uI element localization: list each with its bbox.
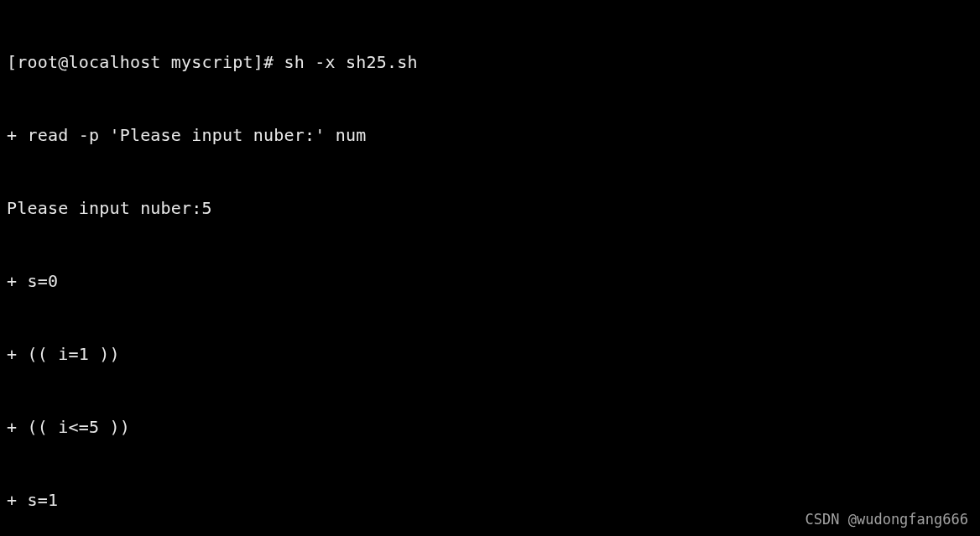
terminal-line: Please input nuber:5 (7, 196, 973, 221)
terminal-output[interactable]: [root@localhost myscript]# sh -x sh25.sh… (0, 0, 980, 536)
terminal-line: [root@localhost myscript]# sh -x sh25.sh (7, 50, 973, 75)
terminal-line: + s=1 (7, 488, 973, 513)
terminal-line: + read -p 'Please input nuber:' num (7, 123, 973, 148)
terminal-line: + (( i<=5 )) (7, 415, 973, 440)
terminal-line: + s=0 (7, 269, 973, 294)
terminal-line: + (( i=1 )) (7, 342, 973, 367)
